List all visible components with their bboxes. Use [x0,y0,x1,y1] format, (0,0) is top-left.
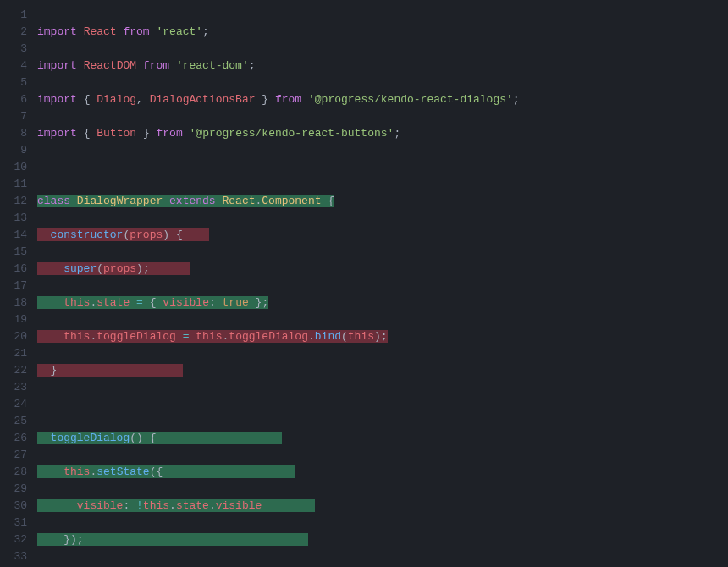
code-line[interactable] [37,396,728,413]
code-content[interactable]: import React from 'react'; import ReactD… [37,7,728,567]
line-number: 5 [0,74,27,91]
code-line[interactable]: visible: !this.state.visible [37,498,728,515]
line-number: 7 [0,108,27,125]
line-number: 14 [0,227,27,244]
line-number: 30 [0,498,27,515]
line-number: 23 [0,379,27,396]
line-number: 22 [0,362,27,379]
line-number: 32 [0,531,27,548]
line-number: 8 [0,125,27,142]
code-line[interactable]: constructor(props) { [37,227,728,244]
line-number: 17 [0,278,27,295]
code-line[interactable]: import ReactDOM from 'react-dom'; [37,58,728,74]
code-line[interactable]: super(props); [37,261,728,278]
line-number: 33 [0,548,27,565]
line-number-gutter: 1 2 3 4 5 6 7 8 9 10 11 12 13 14 15 16 1… [0,7,37,567]
line-number: 18 [0,295,27,311]
line-number: 1 [0,7,27,24]
line-number: 3 [0,41,27,58]
line-number: 11 [0,176,27,193]
code-line[interactable]: toggleDialog() { [37,430,728,447]
line-number: 24 [0,396,27,413]
line-number: 31 [0,515,27,531]
line-number: 13 [0,210,27,227]
code-line[interactable]: this.setState({ [37,464,728,481]
line-number: 12 [0,193,27,210]
line-number: 2 [0,24,27,41]
line-number: 4 [0,58,27,74]
line-number: 28 [0,464,27,481]
line-number: 19 [0,311,27,328]
code-line[interactable]: this.toggleDialog = this.toggleDialog.bi… [37,328,728,345]
code-line[interactable]: import { Dialog, DialogActionsBar } from… [37,91,728,108]
line-number: 10 [0,159,27,176]
line-number: 25 [0,413,27,430]
code-line[interactable]: }); [37,531,728,548]
code-line[interactable]: import React from 'react'; [37,24,728,41]
line-number: 21 [0,345,27,362]
line-number: 26 [0,430,27,447]
code-editor[interactable]: 1 2 3 4 5 6 7 8 9 10 11 12 13 14 15 16 1… [0,0,728,567]
code-line[interactable]: class DialogWrapper extends React.Compon… [37,193,728,210]
code-line[interactable]: import { Button } from '@progress/kendo-… [37,125,728,142]
line-number: 6 [0,91,27,108]
line-number: 9 [0,142,27,159]
code-line[interactable]: } [37,362,728,379]
code-line[interactable] [37,159,728,176]
line-number: 15 [0,244,27,261]
line-number: 29 [0,481,27,498]
code-line[interactable]: this.state = { visible: true }; [37,295,728,311]
line-number: 20 [0,328,27,345]
line-number: 16 [0,261,27,278]
line-number: 27 [0,447,27,464]
